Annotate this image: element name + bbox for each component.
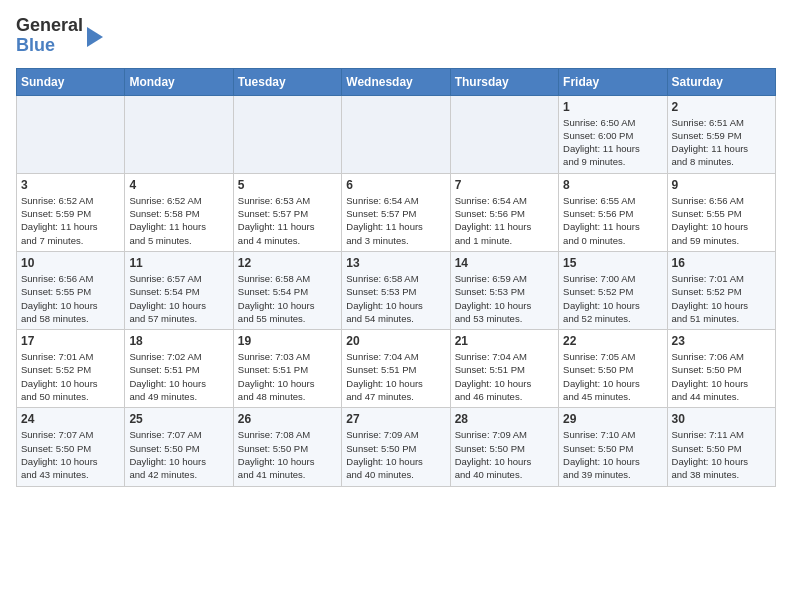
day-info: Sunrise: 7:04 AM Sunset: 5:51 PM Dayligh… (455, 350, 554, 403)
day-number: 26 (238, 412, 337, 426)
day-info: Sunrise: 7:02 AM Sunset: 5:51 PM Dayligh… (129, 350, 228, 403)
calendar-cell: 16Sunrise: 7:01 AM Sunset: 5:52 PM Dayli… (667, 251, 775, 329)
calendar-cell: 23Sunrise: 7:06 AM Sunset: 5:50 PM Dayli… (667, 330, 775, 408)
day-info: Sunrise: 6:56 AM Sunset: 5:55 PM Dayligh… (21, 272, 120, 325)
day-number: 14 (455, 256, 554, 270)
calendar-cell: 21Sunrise: 7:04 AM Sunset: 5:51 PM Dayli… (450, 330, 558, 408)
day-number: 27 (346, 412, 445, 426)
calendar-cell: 27Sunrise: 7:09 AM Sunset: 5:50 PM Dayli… (342, 408, 450, 486)
day-number: 17 (21, 334, 120, 348)
day-number: 30 (672, 412, 771, 426)
day-info: Sunrise: 6:56 AM Sunset: 5:55 PM Dayligh… (672, 194, 771, 247)
calendar-cell: 13Sunrise: 6:58 AM Sunset: 5:53 PM Dayli… (342, 251, 450, 329)
calendar-cell (450, 95, 558, 173)
calendar-cell: 15Sunrise: 7:00 AM Sunset: 5:52 PM Dayli… (559, 251, 667, 329)
day-info: Sunrise: 7:01 AM Sunset: 5:52 PM Dayligh… (672, 272, 771, 325)
day-info: Sunrise: 7:11 AM Sunset: 5:50 PM Dayligh… (672, 428, 771, 481)
day-info: Sunrise: 6:54 AM Sunset: 5:56 PM Dayligh… (455, 194, 554, 247)
calendar-week-row: 10Sunrise: 6:56 AM Sunset: 5:55 PM Dayli… (17, 251, 776, 329)
calendar-cell: 17Sunrise: 7:01 AM Sunset: 5:52 PM Dayli… (17, 330, 125, 408)
calendar-cell: 12Sunrise: 6:58 AM Sunset: 5:54 PM Dayli… (233, 251, 341, 329)
calendar-day-header: Thursday (450, 68, 558, 95)
day-number: 12 (238, 256, 337, 270)
calendar-week-row: 1Sunrise: 6:50 AM Sunset: 6:00 PM Daylig… (17, 95, 776, 173)
calendar-cell: 29Sunrise: 7:10 AM Sunset: 5:50 PM Dayli… (559, 408, 667, 486)
day-info: Sunrise: 6:58 AM Sunset: 5:53 PM Dayligh… (346, 272, 445, 325)
day-info: Sunrise: 7:09 AM Sunset: 5:50 PM Dayligh… (346, 428, 445, 481)
day-info: Sunrise: 7:00 AM Sunset: 5:52 PM Dayligh… (563, 272, 662, 325)
logo-general: General (16, 15, 83, 35)
day-number: 6 (346, 178, 445, 192)
day-number: 29 (563, 412, 662, 426)
day-number: 21 (455, 334, 554, 348)
day-number: 22 (563, 334, 662, 348)
day-number: 11 (129, 256, 228, 270)
day-number: 24 (21, 412, 120, 426)
logo-blue: Blue (16, 35, 55, 55)
logo-arrow-icon (87, 27, 103, 47)
logo: General Blue (16, 16, 103, 56)
calendar-day-header: Friday (559, 68, 667, 95)
calendar-cell: 2Sunrise: 6:51 AM Sunset: 5:59 PM Daylig… (667, 95, 775, 173)
day-info: Sunrise: 7:09 AM Sunset: 5:50 PM Dayligh… (455, 428, 554, 481)
calendar-cell (125, 95, 233, 173)
day-info: Sunrise: 6:58 AM Sunset: 5:54 PM Dayligh… (238, 272, 337, 325)
day-number: 13 (346, 256, 445, 270)
day-info: Sunrise: 6:57 AM Sunset: 5:54 PM Dayligh… (129, 272, 228, 325)
day-number: 10 (21, 256, 120, 270)
calendar-cell (17, 95, 125, 173)
calendar-cell: 24Sunrise: 7:07 AM Sunset: 5:50 PM Dayli… (17, 408, 125, 486)
calendar-week-row: 24Sunrise: 7:07 AM Sunset: 5:50 PM Dayli… (17, 408, 776, 486)
day-info: Sunrise: 6:55 AM Sunset: 5:56 PM Dayligh… (563, 194, 662, 247)
day-info: Sunrise: 6:52 AM Sunset: 5:58 PM Dayligh… (129, 194, 228, 247)
calendar-week-row: 3Sunrise: 6:52 AM Sunset: 5:59 PM Daylig… (17, 173, 776, 251)
day-number: 8 (563, 178, 662, 192)
calendar-header-row: SundayMondayTuesdayWednesdayThursdayFrid… (17, 68, 776, 95)
day-info: Sunrise: 7:08 AM Sunset: 5:50 PM Dayligh… (238, 428, 337, 481)
day-number: 18 (129, 334, 228, 348)
day-number: 19 (238, 334, 337, 348)
calendar-cell: 1Sunrise: 6:50 AM Sunset: 6:00 PM Daylig… (559, 95, 667, 173)
calendar-cell: 5Sunrise: 6:53 AM Sunset: 5:57 PM Daylig… (233, 173, 341, 251)
day-number: 15 (563, 256, 662, 270)
day-info: Sunrise: 6:50 AM Sunset: 6:00 PM Dayligh… (563, 116, 662, 169)
day-number: 5 (238, 178, 337, 192)
calendar-cell (233, 95, 341, 173)
calendar-cell: 30Sunrise: 7:11 AM Sunset: 5:50 PM Dayli… (667, 408, 775, 486)
day-info: Sunrise: 7:07 AM Sunset: 5:50 PM Dayligh… (21, 428, 120, 481)
calendar-cell: 10Sunrise: 6:56 AM Sunset: 5:55 PM Dayli… (17, 251, 125, 329)
day-number: 20 (346, 334, 445, 348)
calendar-day-header: Saturday (667, 68, 775, 95)
day-number: 3 (21, 178, 120, 192)
day-number: 25 (129, 412, 228, 426)
calendar-day-header: Sunday (17, 68, 125, 95)
logo-text: General Blue (16, 16, 83, 56)
calendar-cell: 20Sunrise: 7:04 AM Sunset: 5:51 PM Dayli… (342, 330, 450, 408)
calendar-cell: 25Sunrise: 7:07 AM Sunset: 5:50 PM Dayli… (125, 408, 233, 486)
day-info: Sunrise: 7:07 AM Sunset: 5:50 PM Dayligh… (129, 428, 228, 481)
calendar-cell: 26Sunrise: 7:08 AM Sunset: 5:50 PM Dayli… (233, 408, 341, 486)
day-info: Sunrise: 6:51 AM Sunset: 5:59 PM Dayligh… (672, 116, 771, 169)
calendar-cell: 14Sunrise: 6:59 AM Sunset: 5:53 PM Dayli… (450, 251, 558, 329)
day-number: 4 (129, 178, 228, 192)
day-info: Sunrise: 6:52 AM Sunset: 5:59 PM Dayligh… (21, 194, 120, 247)
calendar-cell: 4Sunrise: 6:52 AM Sunset: 5:58 PM Daylig… (125, 173, 233, 251)
calendar-table: SundayMondayTuesdayWednesdayThursdayFrid… (16, 68, 776, 487)
calendar-cell: 11Sunrise: 6:57 AM Sunset: 5:54 PM Dayli… (125, 251, 233, 329)
calendar-day-header: Wednesday (342, 68, 450, 95)
day-number: 2 (672, 100, 771, 114)
day-info: Sunrise: 7:05 AM Sunset: 5:50 PM Dayligh… (563, 350, 662, 403)
page-header: General Blue (16, 16, 776, 56)
calendar-cell: 28Sunrise: 7:09 AM Sunset: 5:50 PM Dayli… (450, 408, 558, 486)
day-info: Sunrise: 6:53 AM Sunset: 5:57 PM Dayligh… (238, 194, 337, 247)
calendar-week-row: 17Sunrise: 7:01 AM Sunset: 5:52 PM Dayli… (17, 330, 776, 408)
calendar-day-header: Monday (125, 68, 233, 95)
calendar-cell: 3Sunrise: 6:52 AM Sunset: 5:59 PM Daylig… (17, 173, 125, 251)
calendar-cell (342, 95, 450, 173)
day-info: Sunrise: 7:03 AM Sunset: 5:51 PM Dayligh… (238, 350, 337, 403)
day-info: Sunrise: 7:10 AM Sunset: 5:50 PM Dayligh… (563, 428, 662, 481)
calendar-cell: 9Sunrise: 6:56 AM Sunset: 5:55 PM Daylig… (667, 173, 775, 251)
day-number: 16 (672, 256, 771, 270)
day-info: Sunrise: 7:01 AM Sunset: 5:52 PM Dayligh… (21, 350, 120, 403)
day-number: 9 (672, 178, 771, 192)
